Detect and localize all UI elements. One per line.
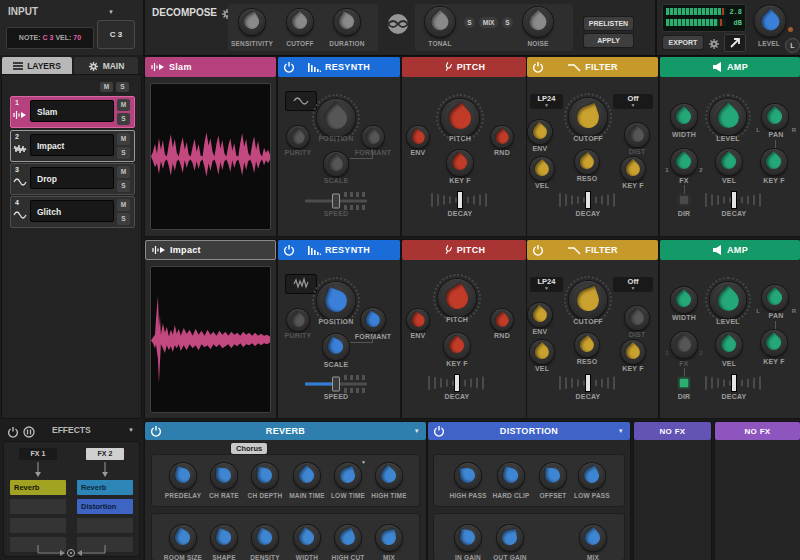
purity-knob[interactable] [287, 126, 309, 148]
filter-type-dropdown[interactable]: LP24▼ [530, 277, 563, 292]
sensitivity-knob[interactable] [239, 9, 265, 35]
noise-knob[interactable] [523, 7, 553, 37]
reverb-chrate-knob[interactable] [211, 463, 237, 489]
layer-solo-button[interactable]: S [117, 180, 130, 192]
dist-mix-knob[interactable] [580, 525, 606, 551]
pitch-keyfollow-knob[interactable] [447, 150, 473, 176]
reverb-shape-knob[interactable] [211, 525, 237, 551]
resynth-power-button[interactable] [283, 244, 295, 256]
duration-knob[interactable] [334, 9, 360, 35]
formant-knob[interactable] [362, 126, 384, 148]
limiter-button[interactable]: L [785, 38, 800, 53]
dist-lowpass-knob[interactable] [579, 463, 605, 489]
lowtime-caret-icon[interactable]: ▼ [361, 459, 366, 465]
decompose-cutoff-knob[interactable] [287, 9, 313, 35]
layer-mute-button[interactable]: M [117, 99, 130, 111]
layer-solo-button[interactable]: S [117, 213, 130, 225]
reverb-density-knob[interactable] [252, 525, 278, 551]
position-knob[interactable] [317, 99, 355, 137]
filter-power-button[interactable] [532, 244, 544, 256]
distortion-power-button[interactable] [433, 425, 445, 437]
effects-dropdown-caret-icon[interactable]: ▼ [128, 427, 134, 433]
layer-solo-button[interactable]: S [117, 113, 130, 125]
nofx2-header[interactable]: NO FX [715, 422, 800, 440]
filter-reso-knob[interactable] [575, 333, 599, 357]
filter-reso-knob[interactable] [575, 150, 599, 174]
amp-pan-knob[interactable] [762, 285, 788, 311]
filter-keyfollow-knob[interactable] [621, 157, 645, 181]
tab-main[interactable]: MAIN [74, 57, 138, 75]
filter-decay-thumb[interactable] [585, 374, 591, 392]
amp-vel-knob[interactable] [716, 149, 742, 175]
pitch-knob[interactable] [438, 279, 476, 317]
effects-power-icon[interactable] [7, 424, 19, 442]
filter-keyfollow-knob[interactable] [621, 340, 645, 364]
layer-mute-button[interactable]: M [117, 199, 130, 211]
resynth-mode-button[interactable] [286, 275, 316, 293]
amp-vel-knob[interactable] [716, 332, 742, 358]
mix-button[interactable]: MIX [479, 17, 498, 28]
master-level-knob[interactable] [755, 6, 786, 37]
reverb-mix-knob[interactable] [376, 525, 402, 551]
solo-all-button[interactable]: S [116, 82, 129, 92]
amp-fx-knob[interactable] [671, 149, 697, 175]
mute-all-button[interactable]: M [100, 82, 113, 92]
pitch-decay-thumb[interactable] [454, 374, 460, 392]
filter-vel-knob[interactable] [530, 157, 554, 181]
filter-dist-mode-dropdown[interactable]: Off▼ [613, 94, 653, 109]
amp-decay-thumb[interactable] [731, 374, 737, 392]
position-knob[interactable] [317, 282, 355, 320]
layer-item-impact[interactable]: 2 Impact M S [10, 130, 135, 162]
reverb-maintime-knob[interactable] [294, 463, 320, 489]
layer-mute-button[interactable]: M [117, 166, 130, 178]
reverb-predelay-knob[interactable] [170, 463, 196, 489]
reverb-roomsize-knob[interactable] [170, 525, 196, 551]
solo-noise-button[interactable]: S [502, 17, 513, 28]
amp-pan-knob[interactable] [762, 104, 788, 130]
amp-fx-knob[interactable] [671, 332, 697, 358]
filter-env-knob[interactable] [528, 303, 552, 327]
export-settings-gear-icon[interactable] [708, 36, 720, 54]
apply-button[interactable]: APPLY [584, 34, 633, 47]
drag-export-arrow-button[interactable] [724, 34, 746, 52]
filter-env-knob[interactable] [528, 120, 552, 144]
input-dropdown-caret-icon[interactable]: ▼ [108, 9, 114, 15]
amp-dir-toggle[interactable] [679, 195, 690, 206]
pitch-keyfollow-knob[interactable] [444, 333, 470, 359]
filter-dist-knob[interactable] [625, 123, 649, 147]
reverb-lowtime-knob[interactable] [335, 463, 361, 489]
layer-mute-button[interactable]: M [117, 133, 130, 145]
pitch-rnd-knob[interactable] [491, 309, 513, 331]
amp-width-knob[interactable] [671, 287, 697, 313]
filter-type-dropdown[interactable]: LP24▼ [530, 94, 563, 109]
fx1-slot-empty[interactable] [10, 518, 66, 533]
tab-layers[interactable]: LAYERS [2, 57, 72, 75]
key-trigger-button[interactable]: C 3 [98, 21, 134, 48]
reverb-hightime-knob[interactable] [376, 463, 402, 489]
fx2-slot-empty[interactable] [77, 518, 133, 533]
pitch-knob[interactable] [441, 99, 479, 137]
amp-keyfollow-knob[interactable] [761, 330, 787, 356]
filter-dist-knob[interactable] [625, 306, 649, 330]
impact-waveform-display[interactable] [150, 266, 271, 413]
resynth-mode-button[interactable] [286, 92, 316, 110]
amp-level-knob[interactable] [710, 99, 746, 135]
amp-width-knob[interactable] [671, 104, 697, 130]
amp-level-knob[interactable] [710, 282, 746, 318]
layer-item-glitch[interactable]: 4 Glitch M S [10, 196, 135, 228]
scale-knob[interactable] [323, 334, 349, 360]
filter-vel-knob[interactable] [530, 340, 554, 364]
filter-cutoff-knob[interactable] [569, 281, 607, 319]
pitch-decay-thumb[interactable] [457, 191, 463, 209]
amp-decay-thumb[interactable] [731, 191, 737, 209]
pitch-env-knob[interactable] [407, 309, 429, 331]
dist-hardclip-knob[interactable] [498, 463, 524, 489]
export-button[interactable]: EXPORT [663, 36, 703, 49]
nofx1-header[interactable]: NO FX [634, 422, 711, 440]
fx2-tab[interactable]: FX 2 [86, 448, 124, 460]
pitch-env-knob[interactable] [407, 126, 429, 148]
filter-power-button[interactable] [532, 61, 544, 73]
formant-knob[interactable] [361, 308, 385, 332]
layer-item-slam[interactable]: 1 Slam M S [10, 96, 135, 128]
reverb-dropdown-caret-icon[interactable]: ▼ [414, 428, 420, 434]
